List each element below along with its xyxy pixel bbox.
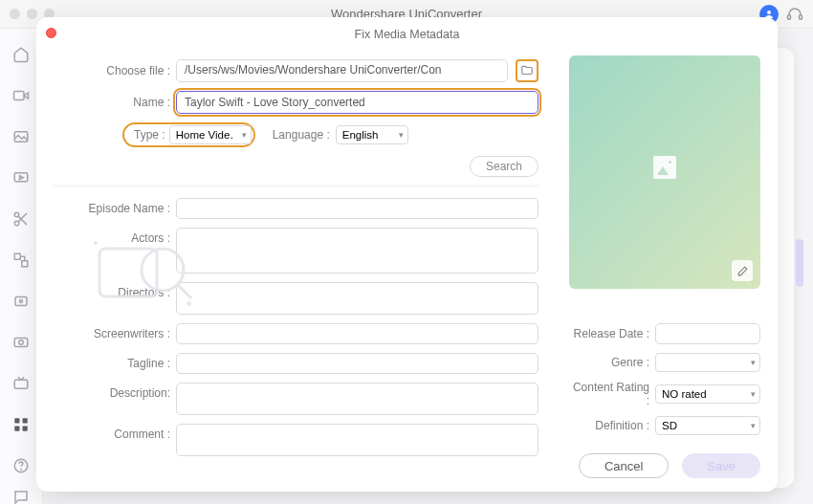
- description-field[interactable]: [176, 383, 538, 415]
- support-icon[interactable]: [786, 6, 803, 23]
- episode-label: Episode Name :: [54, 202, 176, 215]
- svg-rect-16: [23, 418, 28, 423]
- crop-icon[interactable]: [12, 293, 30, 313]
- definition-label: Definition :: [569, 419, 655, 432]
- fix-metadata-dialog: Fix Media Metadata Choose file : /Users/…: [36, 17, 778, 492]
- file-path-field[interactable]: /Users/ws/Movies/Wondershare UniConverte…: [176, 59, 508, 82]
- edit-cover-button[interactable]: [732, 260, 753, 281]
- merge-icon[interactable]: [12, 252, 30, 272]
- svg-point-7: [14, 221, 19, 226]
- player-icon[interactable]: [12, 169, 30, 189]
- content-rating-select[interactable]: NO rated: [655, 384, 760, 404]
- close-icon[interactable]: [46, 28, 56, 38]
- svg-rect-15: [14, 418, 19, 423]
- home-icon[interactable]: [12, 46, 30, 66]
- help-icon[interactable]: [12, 457, 30, 477]
- section-divider: [54, 186, 538, 186]
- dialog-header: Fix Media Metadata: [36, 17, 778, 52]
- svg-rect-17: [14, 427, 19, 431]
- cover-art: [569, 55, 760, 289]
- svg-point-0: [767, 11, 771, 14]
- svg-rect-1: [788, 15, 791, 20]
- background-accent: [796, 239, 803, 287]
- svg-rect-10: [15, 297, 27, 306]
- svg-rect-3: [14, 92, 25, 100]
- search-button[interactable]: Search: [470, 156, 538, 177]
- tv-icon[interactable]: [12, 375, 30, 395]
- svg-point-13: [19, 340, 24, 345]
- dialog-title: Fix Media Metadata: [355, 28, 460, 41]
- browse-button[interactable]: [516, 59, 538, 82]
- video-icon[interactable]: [12, 87, 30, 107]
- tagline-field[interactable]: [176, 353, 538, 374]
- folder-icon: [520, 64, 534, 77]
- decorative-magnifier-icon: [94, 235, 209, 310]
- svg-point-23: [142, 249, 184, 291]
- tagline-label: Tagline :: [54, 357, 176, 370]
- cut-icon[interactable]: [12, 210, 30, 230]
- svg-rect-14: [14, 380, 28, 388]
- record-icon[interactable]: [12, 334, 30, 354]
- actors-field[interactable]: [176, 228, 538, 274]
- type-label: Type :: [126, 128, 169, 142]
- language-label: Language :: [273, 128, 330, 142]
- definition-select[interactable]: SD: [655, 416, 760, 435]
- directors-field[interactable]: [176, 282, 538, 315]
- genre-label: Genre :: [569, 356, 655, 369]
- feedback-icon[interactable]: [12, 489, 30, 504]
- release-date-field[interactable]: [655, 323, 760, 344]
- toolbox-icon[interactable]: [12, 416, 30, 436]
- name-field[interactable]: [176, 91, 538, 114]
- genre-select[interactable]: [655, 353, 760, 372]
- type-select[interactable]: Home Vide…: [169, 125, 252, 144]
- episode-field[interactable]: [176, 198, 538, 219]
- svg-rect-9: [22, 261, 28, 267]
- description-label: Description:: [54, 383, 176, 400]
- svg-point-24: [94, 241, 98, 245]
- screenwriters-label: Screenwriters :: [54, 327, 176, 340]
- svg-rect-18: [23, 427, 28, 431]
- name-label: Name :: [54, 96, 176, 109]
- svg-rect-2: [800, 15, 802, 20]
- cancel-button[interactable]: Cancel: [579, 453, 669, 478]
- save-button[interactable]: Save: [682, 453, 760, 478]
- language-select[interactable]: English: [336, 125, 408, 144]
- release-date-label: Release Date :: [569, 327, 655, 340]
- svg-point-6: [14, 212, 19, 217]
- pencil-icon: [736, 265, 749, 277]
- svg-rect-12: [14, 339, 28, 347]
- image-icon[interactable]: [12, 128, 30, 148]
- screenwriters-field[interactable]: [176, 323, 538, 344]
- svg-rect-8: [14, 253, 20, 259]
- comment-label: Comment :: [54, 424, 176, 441]
- svg-point-11: [20, 300, 23, 303]
- comment-field[interactable]: [176, 424, 538, 456]
- choose-file-label: Choose file :: [54, 64, 176, 77]
- svg-point-20: [21, 469, 22, 470]
- content-rating-label: Content Rating :: [569, 381, 655, 407]
- image-placeholder-icon: [653, 156, 676, 179]
